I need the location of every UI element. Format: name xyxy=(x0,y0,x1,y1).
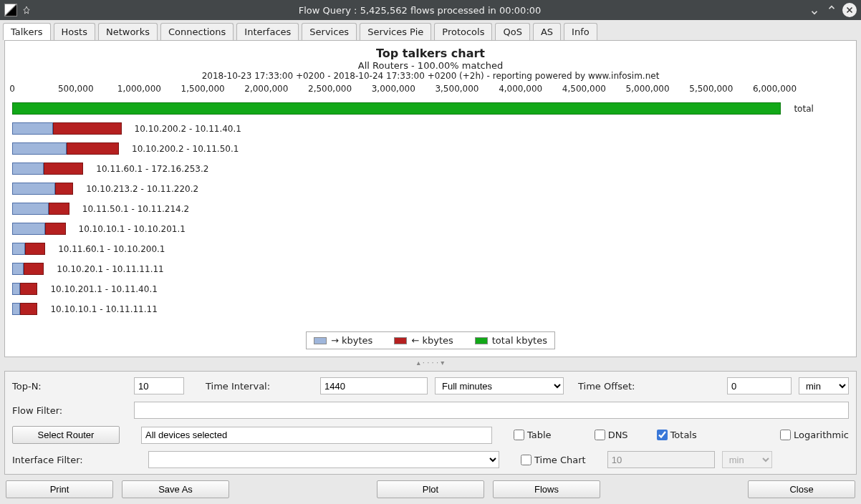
chart-row: 10.11.60.1 - 172.16.253.2 xyxy=(12,163,849,175)
close-icon[interactable] xyxy=(842,3,857,17)
chart-row: 10.10.200.2 - 10.11.40.1 xyxy=(12,122,849,135)
tab-interfaces[interactable]: Interfaces xyxy=(236,23,299,40)
legend-out-label: → kbytes xyxy=(331,335,372,346)
totals-label: Totals xyxy=(670,430,697,440)
flowfilter-input[interactable] xyxy=(134,402,849,419)
iffilter-label: Interface Filter: xyxy=(12,455,127,465)
bar-in xyxy=(45,223,65,235)
legend-in: ← kbytes xyxy=(394,335,453,346)
chart-legend: → kbytes ← kbytes total kbytes xyxy=(306,331,555,349)
axis-tick: 2,500,000 xyxy=(308,84,352,94)
chart-row: 10.11.60.1 - 10.10.200.1 xyxy=(12,243,849,255)
splitter-handle[interactable]: ▴ · · · · ▾ xyxy=(0,359,861,367)
bar-out xyxy=(12,283,20,295)
legend-out: → kbytes xyxy=(314,335,372,346)
bar-out xyxy=(12,163,44,175)
axis-tick: 3,500,000 xyxy=(435,84,478,94)
bar-label: 10.10.201.1 - 10.11.40.1 xyxy=(50,284,157,294)
tab-talkers[interactable]: Talkers xyxy=(3,23,51,40)
legend-total-label: total kbytes xyxy=(492,335,547,346)
chart-timeframe: 2018-10-23 17:33:00 +0200 - 2018-10-24 1… xyxy=(12,71,849,81)
bar-label: 10.10.10.1 - 10.11.11.11 xyxy=(50,304,157,314)
bar-label: total xyxy=(794,104,813,114)
bar-group xyxy=(12,183,73,195)
bar-in xyxy=(24,263,44,275)
chart-row: 10.10.10.1 - 10.10.201.1 xyxy=(12,223,849,235)
logarithmic-checkbox[interactable]: Logarithmic xyxy=(780,430,849,440)
tab-services-pie[interactable]: Services Pie xyxy=(360,23,431,40)
tab-info[interactable]: Info xyxy=(564,23,597,40)
tab-networks[interactable]: Networks xyxy=(98,23,158,40)
topn-label: Top-N: xyxy=(12,381,127,392)
flows-button[interactable]: Flows xyxy=(493,480,600,498)
bar-group xyxy=(12,263,44,275)
button-bar: Print Save As Plot Flows Close xyxy=(0,475,861,504)
bar-group xyxy=(12,102,781,115)
axis-tick: 4,500,000 xyxy=(562,84,606,94)
minimize-icon[interactable] xyxy=(808,4,821,16)
chart-row: 10.10.213.2 - 10.11.220.2 xyxy=(12,183,849,195)
bar-in xyxy=(49,203,69,215)
iffilter-select[interactable] xyxy=(148,451,499,468)
bar-in xyxy=(67,142,119,155)
legend-total: total kbytes xyxy=(475,335,547,346)
timechart-checkbox[interactable]: Time Chart xyxy=(521,455,586,465)
offset-input[interactable] xyxy=(727,377,792,394)
bar-group xyxy=(12,223,66,235)
bar-group xyxy=(12,122,122,135)
log-label: Logarithmic xyxy=(794,430,849,440)
bar-group xyxy=(12,303,37,315)
axis-tick: 3,000,000 xyxy=(372,84,415,94)
offset-unit-select[interactable]: min xyxy=(799,377,849,394)
chart-title: Top talkers chart xyxy=(12,47,849,60)
pin-icon[interactable] xyxy=(21,5,32,15)
totals-checkbox[interactable]: Totals xyxy=(657,430,697,440)
window-buttons xyxy=(808,3,857,17)
bar-out xyxy=(12,183,55,195)
interval-input[interactable] xyxy=(320,377,428,394)
print-button[interactable]: Print xyxy=(6,480,113,498)
bar-group xyxy=(12,283,37,295)
tab-services[interactable]: Services xyxy=(302,23,357,40)
tab-protocols[interactable]: Protocols xyxy=(434,23,492,40)
topn-input[interactable] xyxy=(134,377,184,394)
tab-bar: TalkersHostsNetworksConnectionsInterface… xyxy=(0,20,861,40)
dns-checkbox[interactable]: DNS xyxy=(595,430,628,440)
tab-as[interactable]: AS xyxy=(533,23,561,40)
tab-hosts[interactable]: Hosts xyxy=(54,23,95,40)
chart-subtitle: All Routers - 100.00% matched xyxy=(12,60,849,71)
bar-out xyxy=(12,203,49,215)
form-panel: Top-N: Time Interval: Full minutes Time … xyxy=(4,371,857,475)
select-router-button[interactable]: Select Router xyxy=(12,426,120,444)
axis-tick: 5,500,000 xyxy=(689,84,733,94)
chart-row: 10.11.50.1 - 10.11.214.2 xyxy=(12,203,849,215)
axis-tick: 1,500,000 xyxy=(181,84,225,94)
bar-label: 10.10.213.2 - 10.11.220.2 xyxy=(86,184,198,194)
maximize-icon[interactable] xyxy=(825,4,838,16)
bar-label: 10.10.200.2 - 10.11.40.1 xyxy=(135,124,241,134)
offset-label: Time Offset: xyxy=(578,381,664,392)
swatch-red-icon xyxy=(394,337,407,344)
axis-tick: 6,000,000 xyxy=(753,84,797,94)
chart-plot: total10.10.200.2 - 10.11.40.110.10.200.2… xyxy=(12,102,849,324)
router-selection-display[interactable] xyxy=(141,427,492,444)
close-button[interactable]: Close xyxy=(748,480,855,498)
bar-out xyxy=(12,303,20,315)
tab-connections[interactable]: Connections xyxy=(160,23,234,40)
chart-row: total xyxy=(12,102,849,115)
saveas-button[interactable]: Save As xyxy=(122,480,229,498)
bar-in xyxy=(53,122,122,135)
window-title: Flow Query : 5,425,562 flows processed i… xyxy=(36,5,804,16)
bar-total xyxy=(12,102,781,115)
titlebar: Flow Query : 5,425,562 flows processed i… xyxy=(0,0,861,20)
plot-button[interactable]: Plot xyxy=(377,480,484,498)
bar-group xyxy=(12,163,83,175)
dns-label: DNS xyxy=(608,430,628,440)
table-checkbox[interactable]: Table xyxy=(514,430,552,440)
bar-out xyxy=(12,122,53,135)
interval-unit-select[interactable]: Full minutes xyxy=(435,377,564,394)
axis-tick: 0 xyxy=(9,84,15,94)
tab-qos[interactable]: QoS xyxy=(495,23,529,40)
interval-label: Time Interval: xyxy=(206,381,313,392)
bar-out xyxy=(12,142,67,155)
